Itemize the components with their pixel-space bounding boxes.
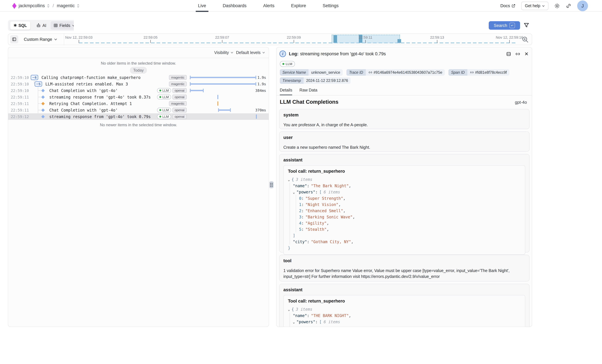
- log-row[interactable]: 22:59:11 Retrying Chat Completion. Attem…: [8, 100, 269, 107]
- llm-badge: LLM: [157, 88, 171, 93]
- llm-badge: LLM: [157, 114, 171, 119]
- tab-alerts[interactable]: Alerts: [262, 0, 276, 11]
- divider: [64, 34, 64, 45]
- default-levels-dropdown[interactable]: Default levels: [236, 47, 265, 58]
- scope-badge: magentic: [169, 82, 187, 86]
- message-card-user: user Create a new superhero named The Ba…: [279, 131, 529, 152]
- open-in-view-icon[interactable]: [506, 52, 511, 56]
- breadcrumb: jackmpcollins / magentic: [12, 0, 80, 11]
- unfold-icon[interactable]: [77, 4, 80, 8]
- panel-resize-handle[interactable]: [269, 181, 274, 188]
- indent-guide: [290, 312, 290, 327]
- tab-live[interactable]: Live: [197, 0, 207, 11]
- tab-dashboards[interactable]: Dashboards: [222, 0, 248, 11]
- collapse-toggle[interactable]: −6: [31, 75, 38, 80]
- warning-diamond-icon: [41, 102, 45, 105]
- log-row-selected[interactable]: 22:59:12 streaming response from 'gpt-4o…: [8, 113, 269, 120]
- search-input[interactable]: [74, 20, 532, 31]
- provider-badge: openai: [172, 94, 187, 99]
- close-icon[interactable]: ✕: [525, 52, 528, 56]
- section-title: LLM Chat Completions: [280, 99, 338, 105]
- span-diamond-icon: [41, 108, 45, 112]
- sidebar-toggle-icon[interactable]: [10, 35, 18, 43]
- search-button[interactable]: Search ↵: [489, 21, 520, 30]
- log-list-panel: Visibility Default levels No older items…: [8, 47, 269, 327]
- tool-call-card: Tool call: return_superhero ⌄{3 items "n…: [283, 295, 525, 327]
- collapse-chevron-icon[interactable]: ⌄: [293, 189, 296, 195]
- log-row[interactable]: 22:59:11 streaming response from 'gpt-4o…: [8, 94, 269, 100]
- no-newer-items-text: No newer items in the selected time wind…: [8, 123, 269, 127]
- collapse-chevron-icon[interactable]: ⌄: [288, 306, 291, 313]
- ai-mode-button[interactable]: AI: [34, 21, 49, 30]
- message-text: 1 validation error for Superhero name Va…: [283, 268, 525, 279]
- filter-funnel-icon[interactable]: [523, 22, 529, 28]
- unfold-icon[interactable]: [47, 4, 50, 8]
- tab-details[interactable]: Details: [280, 88, 292, 95]
- trace-id-badge[interactable]: Trace ID #9146a6974e4e6140538043607a71c7…: [346, 69, 445, 76]
- sql-mode-button[interactable]: ✱ SQL: [10, 21, 30, 30]
- log-row[interactable]: 22:59:10 −6 Calling chatprompt-function …: [8, 74, 269, 81]
- sql-spark-icon: ✱: [13, 23, 17, 28]
- message-card-tool: tool 1 validation error for Superhero na…: [279, 255, 529, 281]
- llm-badge: LLM: [157, 94, 171, 99]
- detail-title: Log:streaming response from 'gpt-4o' too…: [289, 51, 386, 56]
- enter-key-icon: ↵: [509, 23, 515, 28]
- search-bar: ✱ SQL AI Fields Search ↵: [8, 20, 532, 31]
- timeline-tick: 22:59:11: [359, 35, 372, 43]
- span-id-badge[interactable]: Span ID #fd81e8f78c4ecc9f: [448, 69, 509, 76]
- chevron-down-icon: [230, 51, 233, 54]
- theme-toggle-sun-icon[interactable]: [554, 3, 560, 9]
- provider-badge: openai: [172, 88, 187, 93]
- green-dot-icon: [282, 63, 284, 65]
- get-help-button[interactable]: Get help: [521, 2, 548, 10]
- model-label: gpt-4o: [515, 100, 527, 105]
- collapse-chevron-icon[interactable]: ⌄: [293, 319, 296, 325]
- duration-label: 384ms: [247, 89, 266, 93]
- service-name-badge: Service Name unknown_service: [280, 69, 343, 76]
- timestamp-badge: Timestamp 2024-11-12 22:59:12.876: [280, 77, 351, 84]
- zoom-in-icon[interactable]: [522, 36, 529, 43]
- role-label: user: [283, 135, 525, 140]
- time-range-selector[interactable]: Custom Range: [24, 34, 57, 45]
- collapse-toggle[interactable]: −5: [35, 81, 42, 87]
- docs-link[interactable]: Docs: [500, 3, 515, 8]
- log-row[interactable]: 22:59:10 Chat Completion with 'gpt-4o' L…: [8, 87, 269, 94]
- histogram-bar: [333, 35, 337, 43]
- project-selector[interactable]: magentic: [57, 3, 75, 8]
- share-link-icon[interactable]: [566, 3, 571, 9]
- user-avatar[interactable]: J: [577, 0, 588, 11]
- tab-settings[interactable]: Settings: [322, 0, 340, 11]
- log-row[interactable]: 22:59:11 Chat Completion with 'gpt-4o' L…: [8, 107, 269, 113]
- indent-guide: [290, 183, 290, 245]
- visibility-dropdown[interactable]: Visibility: [214, 47, 233, 58]
- org-selector[interactable]: jackmpcollins: [19, 3, 45, 8]
- provider-badge: openai: [172, 108, 187, 113]
- json-tree: ⌄{3 items "name":"THE BARK NIGHT", ⌄"pow…: [288, 306, 521, 325]
- no-older-items-text: No older items in the selected time wind…: [8, 61, 269, 66]
- message-card-system: system You are professor A, in charge of…: [279, 109, 529, 129]
- tab-explore[interactable]: Explore: [290, 0, 307, 11]
- json-tree: ⌄{3 items "name":"The Bark Night", ⌄"pow…: [288, 177, 521, 251]
- duration-label: 1.9s: [247, 82, 266, 86]
- log-row[interactable]: 22:59:10 −5 LLM-assisted retries enabled…: [8, 81, 269, 87]
- log-tick-mark: [217, 102, 218, 106]
- chevron-down-icon: [262, 51, 265, 54]
- log-list-header: Visibility Default levels: [8, 47, 269, 58]
- timeline-tick: 22:59:13: [430, 35, 444, 43]
- duration-label: 370ms: [247, 108, 266, 112]
- indent-guide: [296, 195, 296, 232]
- copy-link-icon[interactable]: [515, 52, 520, 56]
- tab-raw-data[interactable]: Raw Data: [299, 88, 317, 95]
- green-dot-icon: [159, 116, 161, 118]
- role-label: assistant: [283, 157, 525, 163]
- role-label: tool: [283, 258, 525, 263]
- nav-right: Docs Get help: [500, 0, 588, 11]
- message-text: Create a new superhero named The Bark Ni…: [283, 144, 525, 150]
- logfire-logo-icon: [12, 3, 17, 9]
- chevron-down-icon: [542, 4, 545, 7]
- green-dot-icon: [159, 90, 161, 92]
- collapse-chevron-icon[interactable]: ⌄: [288, 177, 291, 183]
- tool-call-title: Tool call: return_superhero: [288, 299, 521, 304]
- timeline-tick: 22:59:07: [215, 35, 229, 43]
- main-tabs: Live Dashboards Alerts Explore Settings: [197, 0, 340, 11]
